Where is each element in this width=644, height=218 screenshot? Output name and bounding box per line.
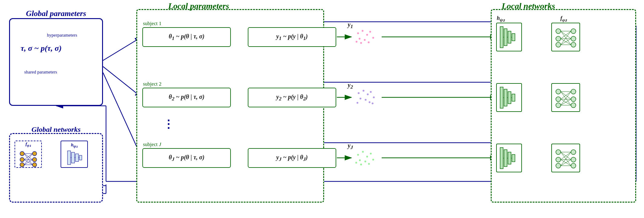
svg-line-3 — [103, 37, 142, 60]
svg-point-84 — [357, 154, 359, 156]
svg-rect-97 — [512, 34, 515, 41]
svg-point-83 — [372, 102, 373, 104]
subject1-label: subject 1 — [143, 21, 161, 27]
f-phi1-box: fφ₁ — [15, 141, 42, 168]
svg-point-150 — [571, 163, 576, 168]
svg-rect-54 — [68, 151, 71, 164]
svg-point-86 — [366, 156, 368, 158]
subject1-theta-box: θ1 ~ p(θ | τ, σ) — [142, 27, 231, 47]
subjectJ-y-box: yJ ~ p(y | θJ) — [248, 148, 336, 168]
svg-point-64 — [357, 32, 359, 34]
subject2-theta-box: θ2 ~ p(θ | τ, σ) — [142, 88, 231, 107]
global-params-title: Global parameters — [9, 9, 103, 18]
svg-point-78 — [365, 99, 367, 101]
svg-point-41 — [32, 151, 37, 156]
svg-point-93 — [355, 162, 357, 164]
f-phi2-box-row1 — [551, 23, 580, 51]
svg-point-65 — [362, 30, 363, 32]
svg-point-70 — [372, 37, 374, 39]
scatter2 — [352, 88, 379, 107]
h-psi1-box: hψ₁ — [61, 141, 88, 168]
svg-rect-95 — [504, 29, 507, 46]
svg-rect-96 — [508, 31, 511, 43]
svg-point-88 — [364, 161, 366, 162]
subjectJ-theta-box: θJ ~ p(θ | τ, σ) — [142, 148, 231, 168]
svg-point-74 — [358, 92, 360, 94]
svg-point-72 — [360, 42, 362, 44]
svg-rect-117 — [504, 89, 507, 106]
f-phi2-box-rowJ — [551, 144, 580, 172]
svg-point-90 — [372, 159, 374, 161]
svg-point-38 — [20, 151, 24, 156]
svg-point-39 — [20, 158, 24, 162]
svg-rect-56 — [71, 152, 75, 163]
svg-point-128 — [571, 103, 576, 108]
svg-point-124 — [556, 97, 561, 102]
h-psi2-box-row1 — [496, 23, 522, 51]
svg-point-73 — [356, 41, 357, 43]
global-params-box — [9, 18, 103, 106]
svg-point-85 — [362, 151, 364, 153]
svg-point-146 — [556, 157, 561, 162]
svg-point-125 — [556, 103, 561, 108]
diagram-container: Global parameters hyperparameters τ, σ ~… — [0, 0, 644, 218]
svg-point-79 — [370, 91, 372, 93]
svg-point-80 — [373, 96, 375, 98]
svg-rect-118 — [508, 92, 511, 104]
ellipsis-dots: ⋮ — [163, 118, 174, 131]
svg-point-82 — [357, 102, 358, 104]
svg-point-145 — [556, 150, 561, 155]
svg-point-102 — [556, 36, 561, 41]
tau-sigma-formula: τ, σ ~ p(τ, σ) — [21, 44, 61, 53]
scatterJ — [352, 148, 379, 168]
svg-point-104 — [571, 29, 576, 34]
svg-point-87 — [359, 159, 361, 161]
h-psi2-label-row1: hψ₂ — [497, 15, 505, 23]
svg-point-106 — [571, 42, 576, 47]
subject2-label: subject 2 — [143, 81, 161, 87]
svg-line-5 — [103, 73, 142, 158]
svg-point-42 — [32, 158, 37, 162]
svg-rect-94 — [500, 27, 503, 48]
svg-line-4 — [103, 67, 142, 97]
h-psi2-box-row2 — [496, 83, 522, 112]
svg-point-105 — [571, 36, 576, 41]
subject1-y-box: y1 ~ p(y | θ1) — [248, 27, 336, 47]
svg-point-66 — [366, 34, 368, 36]
svg-point-149 — [571, 157, 576, 162]
svg-point-123 — [556, 89, 561, 94]
shared-params-label: shared parameters — [24, 70, 57, 75]
f-phi2-label-row1: fφ₂ — [560, 15, 567, 23]
subject2-y-box: y2 ~ p(y | θ2) — [248, 88, 336, 107]
subjectJ-label: subject J — [143, 142, 161, 148]
f-phi2-box-row2 — [551, 83, 580, 112]
svg-point-77 — [360, 98, 361, 99]
svg-point-67 — [359, 38, 360, 40]
svg-point-103 — [556, 42, 561, 47]
svg-point-126 — [571, 89, 576, 94]
svg-point-147 — [556, 163, 561, 168]
scatter1 — [352, 27, 379, 47]
svg-rect-119 — [512, 94, 515, 101]
local-params-title: Local parameters — [168, 1, 229, 11]
svg-rect-60 — [79, 155, 82, 160]
svg-point-92 — [360, 164, 362, 165]
svg-point-91 — [368, 163, 370, 165]
hyperparams-label: hyperparameters — [47, 33, 77, 38]
svg-point-148 — [571, 150, 576, 155]
svg-point-43 — [32, 163, 37, 167]
svg-rect-141 — [512, 155, 515, 162]
svg-point-89 — [370, 153, 372, 155]
svg-point-40 — [20, 163, 24, 167]
svg-point-75 — [363, 90, 364, 92]
svg-point-69 — [369, 31, 371, 33]
svg-point-68 — [364, 39, 366, 41]
global-networks-title: Global networks — [9, 125, 103, 134]
svg-point-81 — [369, 101, 370, 103]
svg-point-76 — [367, 93, 369, 95]
svg-point-127 — [571, 97, 576, 102]
svg-rect-140 — [508, 152, 511, 164]
svg-point-71 — [368, 41, 370, 43]
svg-rect-58 — [75, 154, 78, 161]
svg-point-101 — [556, 29, 561, 34]
